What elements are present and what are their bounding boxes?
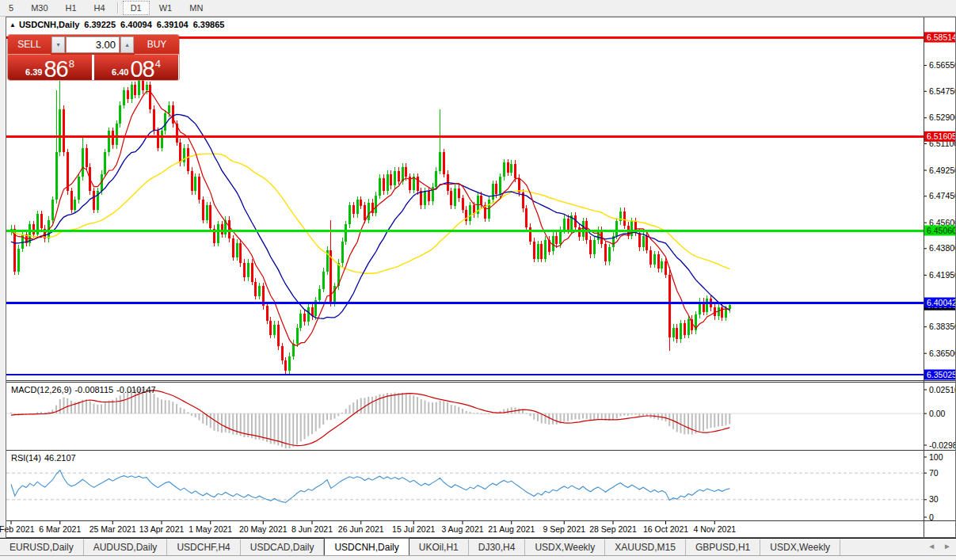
- svg-text:6.36500: 6.36500: [929, 349, 956, 358]
- svg-text:6.38350: 6.38350: [929, 322, 956, 331]
- buy-price-pip: 4: [155, 58, 161, 70]
- timeframe-toolbar: 5M30H1H4D1W1MN: [0, 0, 956, 17]
- svg-text:1 May 2021: 1 May 2021: [189, 524, 232, 534]
- macd-name: MACD(12,26,9): [11, 385, 71, 394]
- tab-audusd-daily[interactable]: AUDUSD,Daily: [84, 539, 168, 556]
- svg-text:100: 100: [929, 452, 943, 462]
- svg-text:0.025108: 0.025108: [929, 385, 956, 394]
- chart-title: ▲USDCNH,Daily6.392256.400946.391046.3986…: [10, 20, 224, 29]
- collapse-icon[interactable]: ▲: [10, 21, 16, 29]
- timeframe-button-m30[interactable]: M30: [23, 1, 55, 15]
- svg-text:26 Jun 2021: 26 Jun 2021: [338, 524, 384, 534]
- tab-usdcnh-daily[interactable]: USDCNH,Daily: [324, 538, 409, 556]
- tab-scroll-right-icon[interactable]: ►: [943, 542, 951, 550]
- buy-price-display[interactable]: 6.40 08 4: [94, 55, 178, 80]
- timeframe-button-d1[interactable]: D1: [123, 1, 150, 15]
- macd-value-1: -0.008115: [74, 385, 113, 394]
- svg-text:6.58514: 6.58514: [927, 32, 956, 42]
- timeframe-button-h1[interactable]: H1: [58, 1, 85, 15]
- timeframe-button-w1[interactable]: W1: [151, 1, 181, 15]
- svg-text:16 Oct 2021: 16 Oct 2021: [643, 524, 688, 534]
- tab-xauusd-m15[interactable]: XAUUSD,M15: [605, 539, 686, 556]
- ohlc-low: 6.39104: [157, 20, 189, 29]
- svg-text:28 Sep 2021: 28 Sep 2021: [589, 524, 637, 534]
- svg-text:6.52900: 6.52900: [929, 112, 956, 122]
- mt4-terminal: 6.565506.547506.529006.511006.492506.474…: [0, 0, 956, 560]
- svg-text:3 Aug 2021: 3 Aug 2021: [441, 524, 483, 534]
- buy-button[interactable]: BUY: [135, 35, 179, 55]
- svg-text:0: 0: [929, 512, 934, 522]
- macd-indicator-label: MACD(12,26,9)-0.008115-0.010147: [11, 385, 159, 394]
- tab-usdchf-h4[interactable]: USDCHF,H4: [167, 539, 240, 556]
- svg-text:6.54750: 6.54750: [929, 86, 956, 96]
- ohlc-high: 6.40094: [120, 20, 152, 29]
- svg-text:6 Mar 2021: 6 Mar 2021: [39, 524, 81, 534]
- ohlc-close: 6.39865: [193, 20, 225, 29]
- timeframe-button-5[interactable]: 5: [1, 1, 21, 15]
- svg-text:20 May 2021: 20 May 2021: [239, 524, 288, 534]
- volume-decrease-button[interactable]: ▾: [51, 36, 65, 53]
- tab-scroll-left-icon[interactable]: ◄: [927, 542, 935, 550]
- svg-text:16 Feb 2021: 16 Feb 2021: [0, 524, 35, 534]
- ohlc-open: 6.39225: [84, 20, 116, 29]
- svg-text:4 Nov 2021: 4 Nov 2021: [693, 524, 736, 534]
- chart-tab-bar: EURUSD,DailyAUDUSD,DailyUSDCHF,H4USDCAD,…: [0, 538, 956, 556]
- toolbar-separator: [117, 2, 119, 13]
- svg-text:-0.02988: -0.02988: [929, 440, 956, 450]
- sell-price-main: 86: [44, 59, 67, 79]
- svg-text:8 Jun 2021: 8 Jun 2021: [291, 524, 333, 534]
- svg-text:70: 70: [929, 468, 939, 478]
- sell-price-prefix: 6.39: [25, 67, 42, 77]
- svg-text:25 Mar 2021: 25 Mar 2021: [90, 524, 136, 534]
- chart-canvas: 6.565506.547506.529006.511006.492506.474…: [0, 0, 956, 560]
- rsi-name: RSI(14): [11, 453, 41, 463]
- timeframe-button-h4[interactable]: H4: [86, 1, 113, 15]
- tab-usdx-weekly[interactable]: USDX,Weekly: [760, 539, 840, 556]
- svg-text:6.51605: 6.51605: [927, 131, 956, 141]
- buy-price-main: 08: [130, 59, 154, 79]
- rsi-indicator-label: RSI(14)46.2107: [11, 453, 79, 463]
- sell-price-pip: 8: [69, 58, 74, 70]
- tab-usdcad-daily[interactable]: USDCAD,Daily: [241, 539, 325, 556]
- svg-text:13 Apr 2021: 13 Apr 2021: [139, 524, 185, 534]
- buy-price-prefix: 6.40: [112, 67, 128, 77]
- svg-text:21 Aug 2021: 21 Aug 2021: [488, 524, 535, 534]
- tab-gbpusd-h1[interactable]: GBPUSD,H1: [686, 539, 760, 556]
- svg-text:6.45060: 6.45060: [927, 226, 956, 235]
- volume-input[interactable]: [66, 36, 120, 53]
- macd-value-2: -0.010147: [116, 385, 156, 394]
- volume-increase-button[interactable]: ▴: [120, 36, 134, 53]
- sell-button[interactable]: SELL: [8, 35, 51, 55]
- svg-text:6.35025: 6.35025: [927, 370, 956, 379]
- tab-ukoil-h1[interactable]: UKOil,H1: [409, 539, 469, 556]
- status-bar: [0, 555, 956, 560]
- svg-text:30: 30: [929, 494, 939, 504]
- svg-text:6.43800: 6.43800: [929, 243, 956, 253]
- tab-usdx-weekly[interactable]: USDX,Weekly: [525, 539, 605, 556]
- tab-eurusd-daily[interactable]: EURUSD,Daily: [0, 539, 84, 556]
- chart-symbol-label: USDCNH,Daily: [19, 20, 79, 29]
- svg-text:0.00: 0.00: [929, 409, 946, 418]
- tab-dj30-h4[interactable]: DJ30,H4: [469, 539, 526, 556]
- svg-text:6.49250: 6.49250: [929, 166, 956, 175]
- svg-text:15 Jul 2021: 15 Jul 2021: [392, 524, 435, 534]
- one-click-trading-panel: SELL ▾ ▴ BUY 6.39 86 8 6.40 08 4: [8, 35, 179, 80]
- timeframe-button-mn[interactable]: MN: [181, 1, 211, 15]
- svg-text:9 Sep 2021: 9 Sep 2021: [543, 524, 585, 534]
- svg-text:6.41950: 6.41950: [929, 270, 956, 280]
- svg-text:6.47450: 6.47450: [929, 191, 956, 200]
- svg-text:6.56550: 6.56550: [929, 60, 956, 70]
- sell-price-display[interactable]: 6.39 86 8: [8, 55, 92, 80]
- rsi-value: 46.2107: [44, 453, 76, 463]
- svg-text:6.40042: 6.40042: [927, 298, 956, 307]
